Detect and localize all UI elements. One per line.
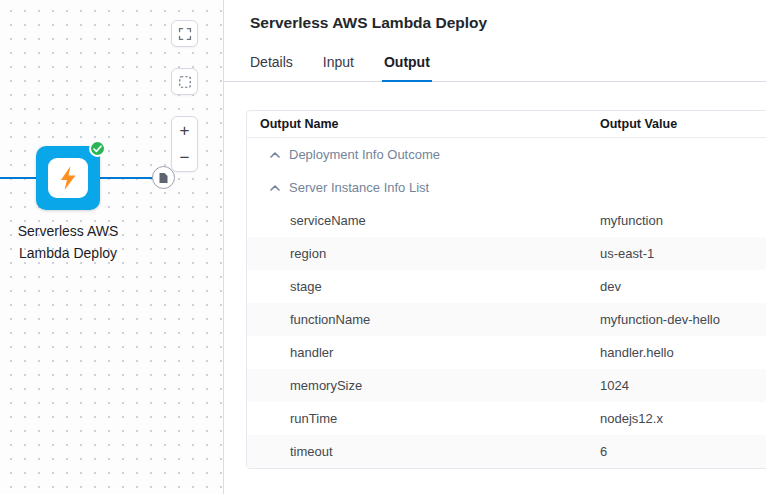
zoom-in-button[interactable]: + [172, 117, 197, 144]
output-table: Output Name Output Value Deployment Info… [246, 110, 766, 469]
success-check-badge [89, 140, 106, 157]
group-label: Server Instance Info List [289, 180, 429, 195]
expand-icon [178, 27, 192, 41]
output-row-stage: stage dev [247, 270, 766, 303]
lambda-icon [48, 158, 88, 198]
chevron-up-icon[interactable] [269, 150, 281, 160]
output-row-functionName: functionName myfunction-dev-hello [247, 303, 766, 336]
output-value: us-east-1 [599, 246, 766, 261]
output-row-handler: handler handler.hello [247, 336, 766, 369]
tab-bar: Details Input Output [246, 54, 766, 82]
panel-title: Serverless AWS Lambda Deploy [246, 14, 766, 32]
tab-details[interactable]: Details [250, 54, 293, 82]
step-details-panel: Serverless AWS Lambda Deploy Details Inp… [223, 0, 766, 494]
group-row-deployment-info-outcome[interactable]: Deployment Info Outcome [247, 138, 766, 171]
output-name: functionName [247, 312, 599, 327]
output-value: 1024 [599, 378, 766, 393]
zoom-out-button[interactable]: − [172, 144, 197, 171]
chevron-up-icon[interactable] [269, 183, 281, 193]
output-name: memorySize [247, 378, 599, 393]
pipeline-canvas[interactable]: Serverless AWS Lambda Deploy + − [0, 0, 223, 494]
lightning-bolt-icon [57, 165, 79, 191]
output-row-runTime: runTime nodejs12.x [247, 402, 766, 435]
output-row-timeout: timeout 6 [247, 435, 766, 468]
output-name: handler [247, 345, 599, 360]
output-value: dev [599, 279, 766, 294]
group-row-server-instance-info-list[interactable]: Server Instance Info List [247, 171, 766, 204]
fit-to-screen-button[interactable] [171, 20, 198, 47]
output-value: myfunction [599, 213, 766, 228]
output-value: handler.hello [599, 345, 766, 360]
tab-input[interactable]: Input [323, 54, 354, 82]
connector-line-right [100, 177, 153, 179]
output-value: 6 [599, 444, 766, 459]
output-row-region: region us-east-1 [247, 237, 766, 270]
multi-select-button[interactable] [171, 68, 198, 95]
marquee-select-icon [178, 75, 192, 89]
connector-line-left [0, 177, 37, 179]
zoom-controls: + − [171, 116, 198, 172]
step-node-serverless-aws-lambda-deploy[interactable] [36, 146, 100, 210]
output-name: timeout [247, 444, 599, 459]
output-table-header: Output Name Output Value [247, 111, 766, 138]
output-name: runTime [247, 411, 599, 426]
node-label: Serverless AWS Lambda Deploy [8, 220, 128, 264]
output-name: stage [247, 279, 599, 294]
tab-output[interactable]: Output [384, 54, 430, 82]
column-header-output-name: Output Name [247, 117, 599, 131]
output-row-memorySize: memorySize 1024 [247, 369, 766, 402]
column-header-output-value: Output Value [599, 117, 766, 131]
group-label: Deployment Info Outcome [289, 147, 440, 162]
output-value: nodejs12.x [599, 411, 766, 426]
app-root: Serverless AWS Lambda Deploy + − [0, 0, 766, 494]
document-icon [158, 172, 169, 184]
output-name: serviceName [247, 213, 599, 228]
canvas-controls: + − [171, 20, 198, 172]
output-value: myfunction-dev-hello [599, 312, 766, 327]
output-name: region [247, 246, 599, 261]
check-icon [93, 145, 102, 153]
output-row-serviceName: serviceName myfunction [247, 204, 766, 237]
